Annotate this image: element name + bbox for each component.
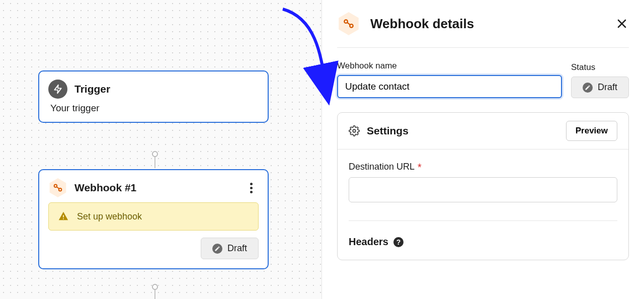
lightning-icon — [48, 80, 67, 99]
headers-title: Headers — [349, 236, 388, 248]
connector-line — [154, 290, 155, 299]
pencil-icon — [583, 83, 593, 93]
status-label: Status — [571, 62, 629, 72]
webhook-name-input[interactable] — [337, 75, 562, 98]
preview-button[interactable]: Preview — [566, 121, 617, 141]
required-asterisk: * — [418, 162, 422, 172]
pencil-icon — [212, 244, 222, 254]
connector-dot — [152, 151, 158, 157]
svg-point-9 — [353, 129, 356, 132]
settings-title: Settings — [367, 125, 409, 137]
close-button[interactable] — [615, 17, 629, 31]
setup-webhook-alert[interactable]: Set up webhook — [48, 202, 259, 231]
kebab-menu-icon[interactable] — [244, 180, 259, 195]
panel-header: Webhook details — [337, 12, 629, 48]
warning-icon — [58, 211, 69, 222]
svg-rect-4 — [63, 218, 64, 219]
panel-status-text: Draft — [598, 82, 617, 93]
help-icon[interactable]: ? — [393, 237, 404, 247]
destination-url-input[interactable] — [349, 177, 617, 202]
gear-icon — [349, 125, 360, 136]
webhook-node[interactable]: Webhook #1 Set up webhook Draft — [38, 169, 269, 269]
trigger-title: Trigger — [74, 83, 110, 95]
trigger-node[interactable]: Trigger Your trigger — [38, 70, 269, 123]
webhook-icon — [48, 178, 67, 197]
alert-text: Set up webhook — [77, 211, 142, 222]
svg-rect-3 — [63, 215, 64, 217]
webhook-icon — [337, 12, 360, 35]
connector-dot — [152, 284, 158, 290]
name-label: Webhook name — [337, 61, 562, 71]
connector-line — [154, 157, 155, 168]
settings-card: Settings Preview Destination URL * Heade… — [337, 112, 629, 260]
workflow-canvas[interactable]: Trigger Your trigger Webhook #1 — [0, 0, 322, 299]
panel-title: Webhook details — [370, 16, 474, 32]
trigger-body: Your trigger — [50, 103, 259, 114]
svg-marker-0 — [54, 85, 61, 94]
destination-url-label: Destination URL * — [349, 162, 617, 172]
node-status-badge: Draft — [201, 238, 259, 259]
node-status-text: Draft — [227, 243, 247, 254]
panel-status-badge: Draft — [571, 77, 629, 98]
webhook-title: Webhook #1 — [74, 182, 136, 194]
details-panel: Webhook details Webhook name Status Draf… — [322, 0, 644, 299]
